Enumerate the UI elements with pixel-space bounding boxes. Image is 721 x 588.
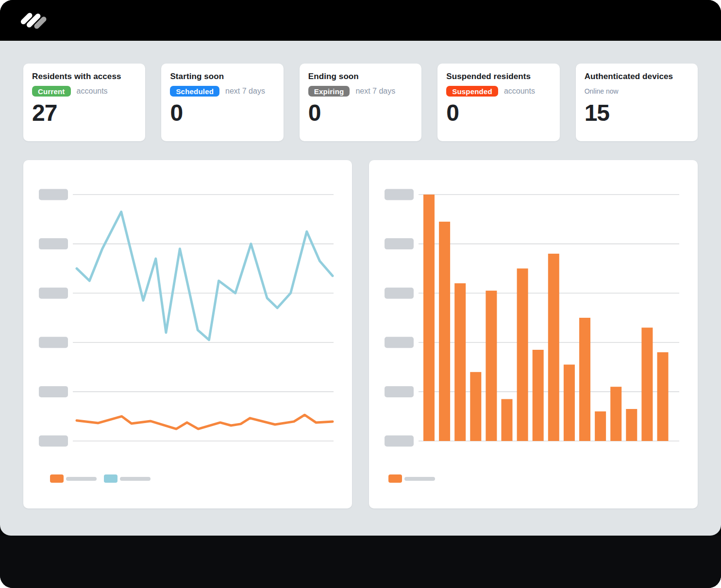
stat-card-ending-soon: Ending soon Expiring next 7 days 0 (300, 64, 421, 141)
stat-caption: accounts (77, 87, 108, 96)
stat-badge-1: Scheduled (170, 86, 219, 97)
bar-chart-canvas (369, 160, 698, 508)
stat-badge-3: Suspended (446, 86, 498, 97)
stat-value: 0 (170, 101, 274, 125)
legend-swatch-blue (104, 474, 117, 483)
stat-value: 0 (308, 101, 413, 125)
bar-chart-legend (388, 474, 435, 483)
stat-subrow: Suspended accounts (446, 86, 551, 97)
stat-card-suspended-residents: Suspended residents Suspended accounts 0 (437, 64, 559, 141)
footer-bar (0, 536, 721, 588)
stat-value: 15 (585, 101, 689, 125)
line-chart-legend (50, 474, 151, 483)
stat-caption: Online now (585, 87, 619, 95)
stat-card-authenticated-devices: Authenticated devices Online now 15 (576, 64, 698, 141)
stat-subrow: Current accounts (32, 86, 136, 97)
stat-caption: accounts (504, 87, 535, 96)
legend-label-placeholder (66, 477, 97, 481)
legend-swatch-orange (50, 474, 64, 483)
stat-badge-0: Current (32, 86, 71, 97)
stat-value: 27 (32, 101, 136, 125)
stat-title: Authenticated devices (585, 72, 689, 82)
stat-caption: next 7 days (355, 87, 395, 96)
stat-value: 0 (446, 101, 551, 125)
stat-title: Starting soon (170, 72, 274, 82)
stat-subrow: Scheduled next 7 days (170, 86, 274, 97)
legend-swatch-orange (388, 474, 402, 483)
legend-label-placeholder (404, 477, 435, 481)
line-chart-card (23, 160, 352, 508)
app-window: Residents with access Current accounts 2… (0, 0, 721, 588)
stat-title: Ending soon (308, 72, 413, 82)
stat-caption: next 7 days (225, 87, 265, 96)
stat-subrow: Online now (585, 86, 689, 97)
legend-label-placeholder (120, 477, 151, 481)
dashboard-content: Residents with access Current accounts 2… (0, 41, 721, 536)
line-chart-canvas (23, 160, 352, 508)
stat-card-starting-soon: Starting soon Scheduled next 7 days 0 (161, 64, 283, 141)
legend-item-blue[interactable] (104, 474, 151, 483)
stat-badge-2: Expiring (308, 86, 350, 97)
legend-item-orange[interactable] (50, 474, 97, 483)
stats-row: Residents with access Current accounts 2… (23, 64, 698, 141)
stat-title: Residents with access (32, 72, 136, 82)
stat-title: Suspended residents (446, 72, 551, 82)
charts-row (23, 160, 698, 508)
legend-item-orange[interactable] (388, 474, 435, 483)
header-bar (0, 0, 721, 41)
bar-chart-card (369, 160, 698, 508)
stat-card-residents-with-access: Residents with access Current accounts 2… (23, 64, 145, 141)
stat-subrow: Expiring next 7 days (308, 86, 413, 97)
app-logo-icon[interactable] (19, 6, 48, 34)
